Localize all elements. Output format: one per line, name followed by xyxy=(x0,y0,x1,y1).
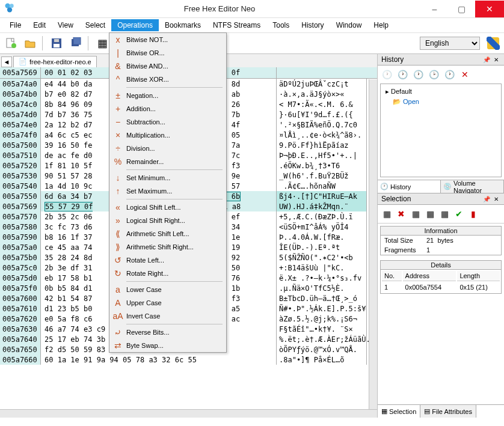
minimize-button[interactable]: – xyxy=(421,1,448,17)
op-bitwise-xor[interactable]: ^Bitwise XOR... xyxy=(109,73,226,86)
op-arithmetic-shift-left[interactable]: ⟪Arithmetic Shift Left... xyxy=(109,227,226,240)
ascii-cell: .8a"•]¶ På×ÉL…õ xyxy=(277,354,367,365)
op-set-maximum[interactable]: ↑Set Maximum... xyxy=(109,184,226,198)
op-bitwise-or[interactable]: |Bitwise OR... xyxy=(109,46,226,59)
history-node-open[interactable]: 📂 Open xyxy=(390,97,499,107)
op-set-minimum[interactable]: ↓Set Minimum... xyxy=(109,171,226,184)
selection-title: Selection xyxy=(381,195,411,203)
menu-file[interactable]: File xyxy=(4,19,27,31)
sel-btn[interactable]: ▦ xyxy=(423,207,437,221)
color-scheme-icon[interactable] xyxy=(485,35,502,52)
maximize-button[interactable]: ▢ xyxy=(448,1,475,17)
menu-ntfs-streams[interactable]: NTFS Streams xyxy=(207,19,266,31)
op-lower-case[interactable]: aLower Case xyxy=(109,283,226,296)
menu-operations[interactable]: Operations xyxy=(111,19,159,31)
op-addition[interactable]: +Addition... xyxy=(109,102,226,115)
addr-cell: 005a7569 xyxy=(0,201,41,211)
history-save-icon[interactable]: 🕐 xyxy=(443,68,456,81)
sel-btn[interactable]: ▮ xyxy=(467,207,480,221)
open-file-icon[interactable] xyxy=(22,35,38,52)
op-division[interactable]: ÷Division... xyxy=(109,142,226,155)
history-tree[interactable]: ▸ Default 📂 Open xyxy=(380,84,502,177)
op-logical-shift-right[interactable]: »Logical Shift Right... xyxy=(109,214,226,227)
op-rotate-left[interactable]: ↺Rotate Left... xyxy=(109,254,226,267)
col-length[interactable]: Length xyxy=(457,271,500,281)
op-subtraction[interactable]: −Subtraction... xyxy=(109,115,226,129)
language-select[interactable]: English xyxy=(420,37,480,50)
menu-help[interactable]: Help xyxy=(367,19,395,31)
menu-view[interactable]: View xyxy=(52,19,79,31)
menu-history[interactable]: History xyxy=(295,19,330,31)
op-reverse-bits[interactable]: ⤾Reverse Bits... xyxy=(109,326,226,339)
hex-row[interactable]: 005a766060 1a 1e 91 9a 94 05 78 a3 32 6c… xyxy=(0,354,377,365)
new-file-icon[interactable] xyxy=(2,35,19,52)
close-panel-icon[interactable]: ✕ xyxy=(492,55,500,64)
op-upper-case[interactable]: AUpper Case xyxy=(109,296,226,309)
toolbar-btn[interactable]: ▦ xyxy=(94,35,111,52)
menu-edit[interactable]: Edit xyxy=(27,19,52,31)
tab-selection[interactable]: ▦Selection xyxy=(378,405,420,418)
details-row[interactable]: 1 0x005a7554 0x15 (21) xyxy=(382,282,500,292)
history-undo-icon[interactable]: 🕐 xyxy=(380,68,393,81)
history-node-default[interactable]: ▸ Default xyxy=(383,87,499,97)
menu-select[interactable]: Select xyxy=(79,19,111,31)
op-negation[interactable]: ±Negation... xyxy=(109,89,226,102)
op-logical-shift-left[interactable]: «Logical Shift Left... xyxy=(109,201,226,214)
hex-bytes: 60 1a 1e 91 9a 94 05 78 a3 32 6c 55 xyxy=(41,354,277,365)
op-icon: ^ xyxy=(112,74,124,85)
col-no[interactable]: No. xyxy=(382,271,402,281)
op-bitwise-and[interactable]: &Bitwise AND... xyxy=(109,59,226,73)
menu-tools[interactable]: Tools xyxy=(266,19,295,31)
addr-cell: 005a7650 xyxy=(0,344,41,354)
list-icon: ▤ xyxy=(424,407,430,415)
tab-file-attributes[interactable]: ▤File Attributes xyxy=(420,405,476,418)
addr-cell: 005a7610 xyxy=(0,303,41,314)
vertical-scrollbar[interactable] xyxy=(369,79,377,409)
history-del-icon[interactable]: ✕ xyxy=(458,68,472,81)
op-byte-swap[interactable]: ⇄Byte Swap... xyxy=(109,339,226,352)
op-bitwise-not[interactable]: xBitwise NOT... xyxy=(109,33,226,46)
sel-btn[interactable]: ▦ xyxy=(380,207,393,221)
save-icon[interactable] xyxy=(48,35,65,52)
addr-cell: 005a74a0 xyxy=(0,79,41,89)
sel-btn[interactable]: ▦ xyxy=(438,207,451,221)
svg-rect-9 xyxy=(73,37,81,44)
sel-ok-icon[interactable]: ✔ xyxy=(452,207,466,221)
op-multiplication[interactable]: ×Multiplication... xyxy=(109,129,226,142)
ascii-header xyxy=(277,67,367,78)
ascii-cell: òÕPYƒýö.@™xÓ.v™QÅ. xyxy=(277,344,367,354)
ascii-cell: ·à.×‚a.äJ§ýò×>« xyxy=(277,89,367,99)
history-clear-icon[interactable]: 🕑 xyxy=(427,68,440,81)
history-title: History xyxy=(381,55,404,64)
save-all-icon[interactable] xyxy=(67,35,84,52)
svg-point-2 xyxy=(7,7,12,12)
tab-volume-navigator[interactable]: 💿Volume Navigator xyxy=(441,180,504,193)
pin-icon[interactable]: 📌 xyxy=(482,55,491,64)
total-size-value: 21 xyxy=(426,237,434,244)
op-rotate-right[interactable]: ↻Rotate Right... xyxy=(109,267,226,280)
close-button[interactable]: ✕ xyxy=(475,1,504,17)
close-panel-icon[interactable]: ✕ xyxy=(492,195,500,203)
menu-bookmarks[interactable]: Bookmarks xyxy=(159,19,207,31)
op-remainder[interactable]: %Remainder... xyxy=(109,155,226,168)
file-tab[interactable]: 📄 free-hex-editor-neo.e xyxy=(13,56,97,67)
svg-point-1 xyxy=(10,4,14,8)
history-branch-icon[interactable]: 🕐 xyxy=(411,68,425,81)
op-arithmetic-shift-right[interactable]: ⟫Arithmetic Shift Right... xyxy=(109,240,226,254)
addr-cell: 005a7660 xyxy=(0,354,41,365)
sel-btn[interactable]: ▦ xyxy=(409,207,422,221)
op-invert-case[interactable]: aAInvert Case xyxy=(109,309,226,323)
addr-cell: 005a7630 xyxy=(0,324,41,334)
history-step-icon[interactable]: 🕐 xyxy=(396,68,409,81)
pin-icon[interactable]: 📌 xyxy=(482,195,491,203)
ascii-cell: ë.X± .?•–k·¼•°s₃.fv xyxy=(277,273,367,283)
horizontal-scrollbar[interactable] xyxy=(0,409,377,418)
tab-prev-icon[interactable]: ◄ xyxy=(1,56,12,67)
addr-cell: 005a7500 xyxy=(0,140,41,150)
selection-panel: Selection 📌 ✕ ▦ ✖ ▦ ▦ ▦ ✔ ▮ Information … xyxy=(378,193,504,418)
sel-del-icon[interactable]: ✖ xyxy=(395,207,408,221)
op-icon: ÷ xyxy=(112,143,124,154)
menu-window[interactable]: Window xyxy=(330,19,368,31)
col-address[interactable]: Address xyxy=(403,271,456,281)
tab-history[interactable]: 🕐History xyxy=(378,180,441,193)
